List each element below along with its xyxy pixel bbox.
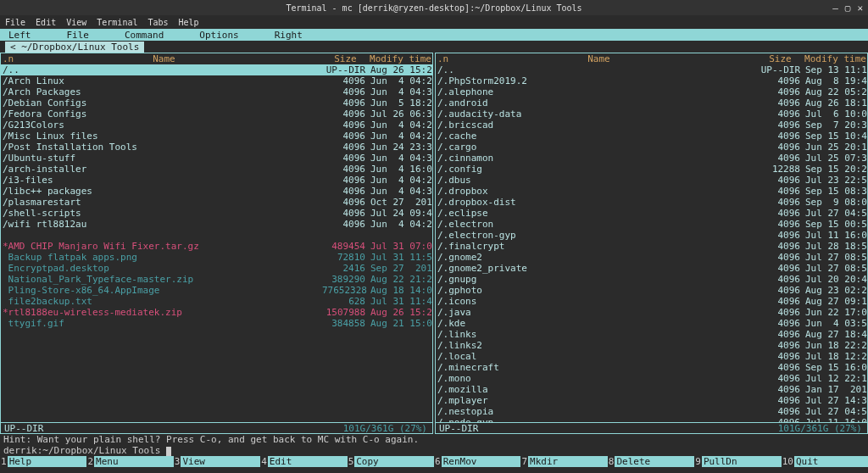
file-size: 4096 (322, 197, 369, 208)
file-row[interactable]: /.cargo4096Jun 25 20:18 (436, 142, 867, 153)
file-size: 4096 (322, 208, 369, 219)
mc-menu-right[interactable]: Right (275, 30, 303, 41)
close-icon[interactable]: ✕ (857, 3, 863, 14)
file-row[interactable]: /.config12288Sep 15 20:27 (436, 164, 867, 175)
file-row[interactable]: file2backup.txt628Jul 31 11:43 (1, 296, 432, 307)
menu-edit[interactable]: Edit (36, 18, 56, 27)
col-size[interactable]: Size (757, 53, 804, 64)
file-row[interactable]: /.gnome2_private4096Jul 27 08:59 (436, 263, 867, 274)
file-row[interactable] (1, 230, 432, 241)
file-row[interactable]: /.gphoto4096Aug 23 02:27 (436, 285, 867, 296)
file-row[interactable]: /.audacity-data4096Jul 6 10:07 (436, 109, 867, 120)
file-name: /.dropbox (436, 186, 757, 197)
file-row[interactable]: /.finalcrypt4096Jul 28 18:54 (436, 241, 867, 252)
file-row[interactable]: /.eclipse4096Jul 27 04:55 (436, 208, 867, 219)
fnkey-delete[interactable]: 8Delete (608, 456, 694, 467)
col-mtime[interactable]: Modify time (804, 53, 867, 64)
menu-terminal[interactable]: Terminal (97, 18, 137, 27)
file-row[interactable]: /.dbus4096Jul 23 22:52 (436, 175, 867, 186)
file-row[interactable]: /.links4096Aug 27 18:45 (436, 329, 867, 340)
fnkey-copy[interactable]: 5Copy (348, 456, 434, 467)
file-row[interactable]: /Post Installation Tools4096Jun 24 23:30 (1, 142, 432, 153)
file-row[interactable]: National_Park_Typeface-master.zip389290A… (1, 274, 432, 285)
file-row[interactable]: /.mplayer4096Jul 27 14:39 (436, 395, 867, 406)
mc-menu-options[interactable]: Options (199, 30, 238, 41)
file-row[interactable]: /arch-installer4096Jun 4 16:07 (1, 164, 432, 175)
file-row[interactable]: /.dropbox-dist4096Sep 9 08:02 (436, 197, 867, 208)
menu-view[interactable]: View (66, 18, 86, 27)
mc-menu-file[interactable]: File (67, 30, 90, 41)
file-row[interactable]: /shell-scripts4096Jul 24 09:48 (1, 208, 432, 219)
fnkey-view[interactable]: 3View (174, 456, 260, 467)
file-row[interactable]: /.PhpStorm2019.24096Aug 8 19:48 (436, 75, 867, 86)
file-row[interactable]: ttygif.gif384858Aug 21 15:04 (1, 318, 432, 329)
maximize-icon[interactable]: ▢ (845, 3, 851, 14)
file-row[interactable]: /..UP--DIRAug 26 15:22 (1, 64, 432, 75)
file-row[interactable]: /.icons4096Aug 27 09:13 (436, 296, 867, 307)
left-panel-path[interactable]: < ~/Dropbox/Linux Tools (5, 42, 144, 53)
file-row[interactable]: *rtl8188eu-wireless-mediatek.zip1507988A… (1, 307, 432, 318)
col-mtime[interactable]: Modify time (369, 53, 432, 64)
file-row[interactable]: /.mono4096Jul 12 22:11 (436, 373, 867, 384)
file-row[interactable]: /Debian Configs4096Jun 5 18:26 (1, 97, 432, 109)
file-row[interactable]: /.android4096Aug 26 18:11 (436, 97, 867, 109)
col-name[interactable]: Name (6, 53, 322, 64)
file-row[interactable]: /.alephone4096Aug 22 05:25 (436, 86, 867, 97)
file-row[interactable]: /.gnupg4096Jul 20 20:40 (436, 274, 867, 285)
file-row[interactable]: /.minecraft4096Sep 15 16:08 (436, 362, 867, 373)
file-row[interactable]: /plasmarestart4096Oct 27 2018 (1, 197, 432, 208)
file-row[interactable]: /.gnome24096Jul 27 08:59 (436, 252, 867, 263)
file-row[interactable]: /.java4096Jun 22 17:00 (436, 307, 867, 318)
right-panel[interactable]: .n Name Size Modify time /..UP--DIRSep 1… (435, 53, 868, 434)
file-name: /.gnome2 (436, 252, 757, 263)
file-row[interactable]: /wifi rtl8812au4096Jun 4 04:27 (1, 219, 432, 230)
fnkey-edit[interactable]: 4Edit (260, 456, 347, 467)
right-panel-body[interactable]: /..UP--DIRSep 13 11:16/.PhpStorm2019.240… (436, 64, 867, 422)
file-row[interactable]: /..UP--DIRSep 13 11:16 (436, 64, 867, 75)
file-row[interactable]: /libc++ packages4096Jun 4 04:31 (1, 186, 432, 197)
file-row[interactable]: /Misc Linux files4096Jun 4 04:29 (1, 131, 432, 142)
menu-help[interactable]: Help (179, 18, 199, 27)
file-row[interactable]: /Arch Packages4096Jun 4 04:31 (1, 86, 432, 97)
col-size[interactable]: Size (322, 53, 369, 64)
file-row[interactable]: Backup flatpak apps.png72810Jul 31 11:52 (1, 252, 432, 263)
file-row[interactable]: /.mozilla4096Jan 17 2019 (436, 384, 867, 395)
file-row[interactable]: /.bricscad4096Sep 7 20:36 (436, 120, 867, 131)
fnkey-quit[interactable]: 10Quit (782, 456, 868, 467)
menu-tabs[interactable]: Tabs (147, 18, 168, 27)
fnkey-help[interactable]: 1Help (0, 456, 86, 467)
menu-file[interactable]: File (5, 18, 25, 27)
file-row[interactable]: /.cache4096Sep 15 10:43 (436, 131, 867, 142)
file-row[interactable]: *AMD CHIP Manjaro Wifi Fixer.tar.gz48945… (1, 241, 432, 252)
minimize-icon[interactable]: — (832, 3, 838, 14)
file-mtime: Aug 27 18:45 (804, 329, 867, 340)
fnkey-menu[interactable]: 2Menu (86, 456, 173, 467)
file-row[interactable]: Pling-Store-x86_64.AppImage77652328Aug 1… (1, 285, 432, 296)
file-row[interactable]: /.links24096Jun 18 22:24 (436, 340, 867, 351)
col-name[interactable]: Name (441, 53, 757, 64)
file-row[interactable]: /.dropbox4096Sep 15 08:34 (436, 186, 867, 197)
mc-menu-command[interactable]: Command (125, 30, 164, 41)
file-row[interactable]: /.kde4096Jun 4 03:51 (436, 318, 867, 329)
file-row[interactable]: Encryptpad.desktop2416Sep 27 2018 (1, 263, 432, 274)
file-mtime: Jul 23 22:52 (804, 175, 867, 186)
file-row[interactable]: /.nestopia4096Jul 27 04:50 (436, 406, 867, 417)
shell-prompt[interactable]: derrik:~/Dropbox/Linux Tools (0, 445, 868, 456)
mc-menu-left[interactable]: Left (8, 30, 31, 41)
file-mtime: Jun 25 20:18 (804, 142, 867, 153)
left-panel-body[interactable]: /..UP--DIRAug 26 15:22/Arch Linux4096Jun… (1, 64, 432, 422)
file-row[interactable]: /Arch Linux4096Jun 4 04:27 (1, 75, 432, 86)
fnkey-pulldn[interactable]: 9PullDn (694, 456, 781, 467)
left-panel[interactable]: .n Name Size Modify time /..UP--DIRAug 2… (0, 53, 433, 434)
file-row[interactable]: /.electron-gyp4096Jul 11 16:07 (436, 230, 867, 241)
file-row[interactable]: /.local4096Jul 18 12:27 (436, 351, 867, 362)
file-row[interactable]: /Ubuntu-stuff4096Jun 4 04:31 (1, 153, 432, 164)
file-row[interactable]: /i3-files4096Jun 4 04:27 (1, 175, 432, 186)
file-row[interactable]: /G213Colors4096Jun 4 04:27 (1, 120, 432, 131)
file-row[interactable]: /.electron4096Sep 15 00:57 (436, 219, 867, 230)
file-row[interactable]: /Fedora Configs4096Jul 26 06:35 (1, 109, 432, 120)
file-row[interactable]: /.cinnamon4096Jul 25 07:35 (436, 153, 867, 164)
fnkey-mkdir[interactable]: 7Mkdir (520, 456, 607, 467)
file-name: /Arch Packages (1, 86, 322, 97)
fnkey-renmov[interactable]: 6RenMov (434, 456, 520, 467)
